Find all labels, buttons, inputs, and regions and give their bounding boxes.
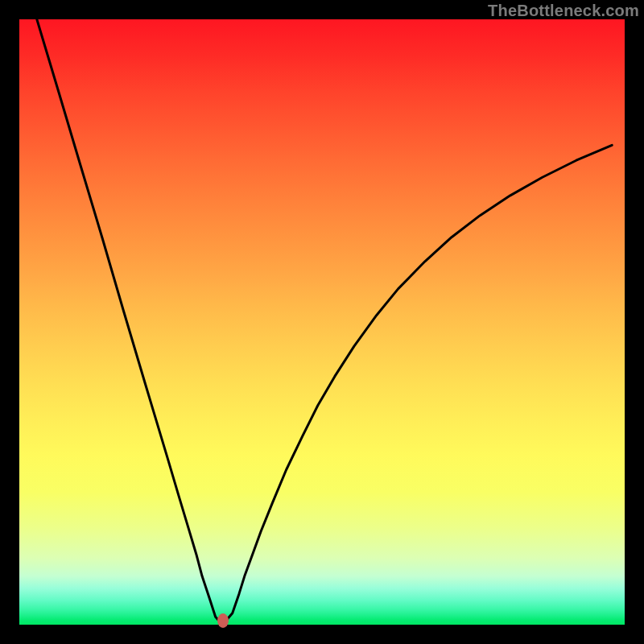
bottleneck-curve [19, 19, 625, 625]
watermark: TheBottleneck.com [488, 2, 639, 20]
bottleneck-marker [217, 613, 229, 628]
